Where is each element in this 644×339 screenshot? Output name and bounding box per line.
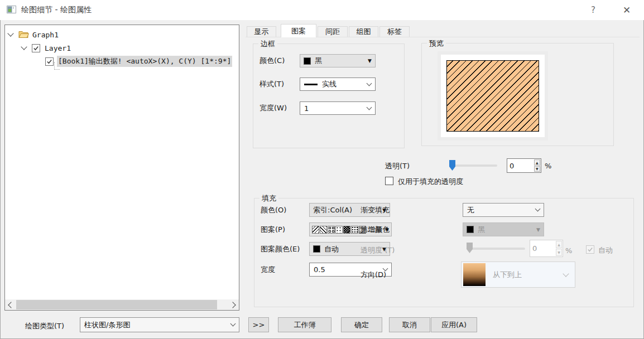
spinner-up-button[interactable]: ▲ (534, 159, 540, 166)
chevron-down-icon (367, 80, 372, 86)
border-color-label: 颜色(C) (259, 56, 285, 66)
check-icon (587, 246, 593, 253)
chevron-down-icon[interactable] (21, 43, 27, 50)
checker-dense-pattern-icon (343, 226, 350, 234)
chevron-down-icon (230, 321, 236, 327)
tree-horizontal-scrollbar[interactable] (5, 299, 239, 310)
diag-forward-pattern-icon (312, 226, 319, 234)
tree-item-label: [Book1]输出数据! <autoX>(X), C(Y) [1*:9*] (57, 56, 232, 67)
fill-group-title: 填充 (259, 193, 278, 204)
direction-label: 方向(D) (361, 270, 386, 280)
transparency-input[interactable] (507, 159, 534, 172)
fill-color-value: 索引:Col(A) (313, 205, 352, 215)
workbook-button[interactable]: 工作簿 (278, 317, 331, 332)
scroll-left-button[interactable] (5, 299, 16, 310)
tab-spacing[interactable]: 间距 (318, 26, 348, 37)
black-color-swatch (467, 226, 474, 233)
dropdown-arrow-icon: ▼ (536, 227, 540, 233)
spinner-down-button: ▼ (556, 249, 562, 256)
second-color-label: 第二颜色 (361, 225, 390, 235)
scroll-right-button[interactable] (228, 299, 239, 310)
tab-pattern[interactable]: 图案 (281, 24, 316, 37)
spinner-down-button[interactable]: ▼ (534, 166, 540, 172)
cancel-button[interactable]: 取消 (389, 317, 430, 332)
plot-checkbox[interactable] (45, 57, 54, 66)
border-width-dropdown[interactable]: 1 (300, 101, 376, 115)
tab-group[interactable]: 组图 (349, 26, 378, 37)
border-width-label: 宽度(W) (259, 103, 287, 113)
preview-group: 预览 (421, 43, 614, 146)
pattern-color-value: 自动 (324, 244, 339, 254)
circles-pattern-icon (328, 226, 335, 234)
apply-button[interactable]: 应用(A) (431, 317, 477, 332)
layer-tree-panel: Graph1 Layer1 [Book1]输出数据! <autoX>(X), C… (4, 25, 239, 311)
border-style-dropdown[interactable]: 实线 (300, 78, 376, 91)
pattern-swatches (312, 226, 367, 234)
direction-value: 从下到上 (493, 270, 522, 280)
tab-label[interactable]: 标签 (379, 26, 410, 37)
fill-color-label: 颜色(O) (261, 205, 286, 215)
tree-item-layer1[interactable]: Layer1 (22, 42, 71, 54)
fill-transparency-input (530, 240, 555, 256)
preview-page (441, 55, 545, 137)
spinner-up-button: ▲ (556, 241, 562, 248)
preview-hatch-swatch (446, 60, 539, 132)
chevron-down-icon[interactable] (7, 30, 13, 36)
diag-back-pattern-icon (320, 226, 327, 234)
chevron-left-icon (8, 302, 14, 308)
border-style-value: 实线 (322, 79, 337, 89)
preview-frame (438, 51, 548, 141)
transparency-slider-thumb[interactable] (449, 160, 455, 171)
layer-checkbox[interactable] (32, 44, 40, 52)
ok-button[interactable]: 确定 (341, 317, 382, 332)
plot-type-value: 柱状图/条形图 (84, 320, 130, 330)
solid-line-icon (304, 84, 318, 85)
more-options-button[interactable]: >> (248, 317, 269, 332)
window-title: 绘图细节 - 绘图属性 (21, 5, 92, 15)
check-icon (46, 59, 52, 65)
pattern-width-value: 0.5 (314, 265, 325, 274)
border-group-title: 边框 (258, 39, 277, 49)
border-color-dropdown[interactable]: 黑 ▼ (300, 54, 376, 67)
plot-type-dropdown[interactable]: 柱状图/条形图 (80, 317, 239, 332)
close-button[interactable]: ✕ (617, 2, 636, 18)
second-color-value: 黑 (478, 225, 485, 235)
fill-only-transparency-checkbox[interactable] (385, 177, 393, 185)
pattern-width-label: 宽度 (261, 265, 275, 275)
app-icon (7, 6, 16, 15)
gradient-fill-value: 无 (467, 205, 474, 215)
second-color-dropdown: 黑 ▼ (463, 222, 544, 236)
check-icon (33, 45, 39, 51)
black-color-swatch (304, 57, 311, 65)
scrollbar-thumb[interactable] (16, 300, 217, 309)
border-color-value: 黑 (315, 56, 322, 66)
gradient-fill-label: 渐变填充 (361, 205, 390, 215)
tree-item-graph1[interactable]: Graph1 (8, 28, 59, 41)
border-width-value: 1 (304, 104, 309, 113)
dots-sparse-pattern-icon (335, 226, 343, 234)
auto-label: 自动 (598, 245, 613, 255)
preview-group-title: 预览 (427, 38, 446, 49)
dots-light-pattern-icon (351, 226, 358, 234)
dropdown-arrow-icon: ▼ (368, 58, 372, 64)
transparency-label: 透明(T) (385, 161, 410, 171)
chevron-down-icon (535, 206, 541, 212)
title-bar: 绘图细节 - 绘图属性 ? ✕ (0, 0, 644, 20)
fill-transparency-label: 透明度 (T) (361, 245, 395, 255)
transparency-slider-track[interactable] (450, 164, 497, 167)
auto-checkbox (586, 245, 594, 254)
fill-transparency-slider-thumb (467, 243, 473, 253)
plot-type-label: 绘图类型(T) (25, 321, 64, 331)
gradient-fill-dropdown[interactable]: 无 (463, 203, 544, 217)
black-color-swatch (313, 245, 320, 253)
chevron-right-icon (229, 302, 236, 308)
help-button[interactable]: ? (584, 2, 603, 18)
fill-only-transparency-label: 仅用于填充的透明度 (398, 177, 463, 187)
fill-transparency-slider-track (468, 248, 525, 250)
chevron-down-icon (367, 104, 372, 110)
tab-display[interactable]: 显示 (247, 26, 276, 37)
border-group: 边框 颜色(C) 黑 ▼ 样式(T) 实线 宽度(W) 1 (253, 43, 405, 148)
tree-item-label: Layer1 (45, 44, 71, 52)
gradient-swatch-icon (463, 263, 486, 286)
tree-item-plot[interactable]: [Book1]输出数据! <autoX>(X), C(Y) [1*:9*] (45, 55, 232, 67)
